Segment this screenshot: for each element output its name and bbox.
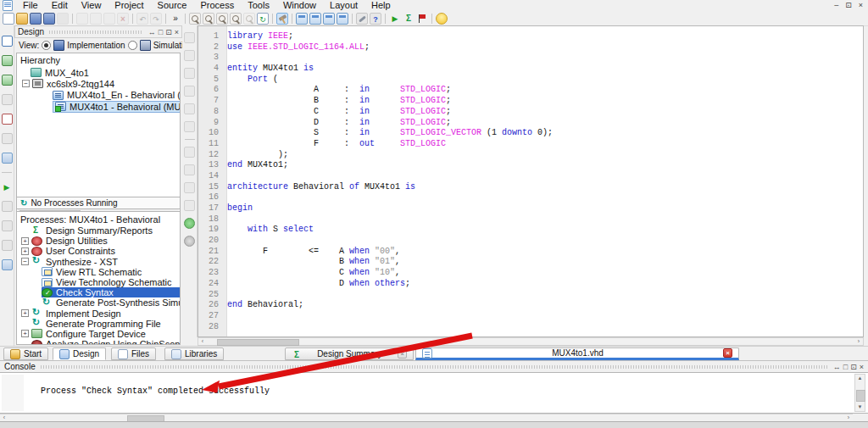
process-item[interactable]: +Configure Target Device — [17, 329, 180, 339]
menu-process[interactable]: Process — [193, 0, 241, 11]
minimize-button[interactable]: – — [834, 0, 838, 11]
scroll-right-arrow[interactable]: › — [854, 338, 863, 345]
scrollbar-thumb[interactable] — [856, 390, 865, 402]
zoom-out-icon[interactable] — [203, 13, 214, 25]
run-process-icon[interactable] — [2, 181, 13, 192]
menu-project[interactable]: Project — [108, 0, 150, 11]
editor-hscrollbar[interactable]: ‹ › — [198, 337, 864, 346]
process-item[interactable]: +User Constraints — [17, 246, 180, 256]
tab-close-button[interactable]: × — [723, 348, 732, 358]
lightbulb-icon[interactable] — [436, 13, 448, 25]
refresh-doc-icon[interactable] — [257, 13, 269, 25]
scroll-left-arrow[interactable]: ‹ — [0, 414, 8, 421]
process-item[interactable]: Generate Post-Synthesis Simulation ... — [17, 297, 180, 308]
drag-handle[interactable] — [41, 365, 828, 369]
nav-list-icon[interactable] — [184, 50, 195, 61]
tree-expander[interactable]: + — [21, 247, 29, 255]
document-tab-design-summary[interactable]: Design Summary× — [285, 347, 414, 360]
process-item[interactable]: Design Summary/Reports — [17, 225, 180, 236]
wrench-icon[interactable] — [356, 13, 368, 25]
scroll-right-arrow[interactable]: › — [844, 414, 853, 421]
menu-edit[interactable]: Edit — [45, 0, 75, 11]
float-panel-button[interactable]: ↔ — [833, 362, 841, 372]
menu-source[interactable]: Source — [151, 0, 194, 11]
design-panel-titlebar[interactable]: Design ↔□⊡× — [14, 25, 182, 38]
outdent-icon[interactable] — [184, 103, 195, 114]
indent-icon[interactable] — [184, 68, 195, 79]
hammer-icon[interactable] — [276, 13, 288, 25]
drag-handle[interactable] — [49, 31, 143, 34]
mark-pen-4-icon[interactable] — [184, 200, 195, 211]
menu-help[interactable]: Help — [364, 0, 398, 11]
new-window-icon[interactable] — [296, 13, 308, 25]
stop-process-icon[interactable] — [2, 240, 13, 251]
menu-file[interactable]: File — [16, 0, 45, 11]
open-file-icon[interactable] — [16, 13, 28, 25]
float-panel-button[interactable]: ↔ — [148, 27, 156, 37]
design-overview-icon[interactable] — [2, 153, 13, 164]
remove-source-icon[interactable] — [2, 114, 13, 125]
new-file-icon[interactable] — [3, 13, 14, 25]
tree-expander[interactable]: + — [21, 330, 29, 337]
summary-icon[interactable] — [403, 13, 415, 25]
tree-expander[interactable]: + — [21, 237, 29, 245]
hierarchy-item[interactable]: MUX4to1_En - Behavioral (MUX4to1_En.vhd) — [17, 90, 180, 101]
hierarchy-item[interactable]: MUX_4to1 — [17, 67, 180, 78]
restore-panel-button[interactable]: ⊡ — [850, 362, 857, 372]
save-icon[interactable] — [30, 13, 42, 25]
tile-horizontal-icon[interactable] — [337, 13, 348, 25]
console-vscrollbar[interactable]: ▲ ▼ — [854, 374, 865, 412]
tile-vertical-icon[interactable] — [323, 13, 335, 25]
add-copy-source-icon[interactable] — [2, 75, 13, 86]
hierarchy-view-icon[interactable] — [2, 94, 13, 105]
new-source-icon[interactable] — [2, 36, 13, 47]
close-panel-button[interactable]: × — [175, 27, 179, 37]
process-item[interactable]: Analyze Design Using ChipScope — [17, 339, 180, 345]
code-editor[interactable]: 1library IEEE;2use IEEE.STD_LOGIC_1164.A… — [198, 25, 864, 337]
scrollbar-thumb[interactable] — [217, 339, 299, 346]
menu-layout[interactable]: Layout — [323, 0, 364, 11]
mark-pen-3-icon[interactable] — [184, 182, 195, 193]
maximize-panel-button[interactable]: □ — [843, 362, 848, 372]
panel-tab-libraries[interactable]: Libraries — [164, 347, 224, 360]
hierarchy-item[interactable]: MUX4to1 - Behavioral (MUX4to1.vhd) — [17, 101, 180, 112]
nav-forward-icon[interactable] — [184, 32, 195, 43]
process-item[interactable]: +Design Utilities — [17, 236, 180, 246]
process-item[interactable]: View RTL Schematic — [17, 267, 180, 277]
redo-line-icon[interactable] — [184, 121, 195, 132]
rerun-all-processes-icon[interactable] — [2, 220, 13, 231]
menu-view[interactable]: View — [75, 0, 108, 11]
mark-pen-2-icon[interactable] — [184, 164, 195, 175]
tree-expander[interactable]: − — [21, 258, 29, 265]
view-report-icon[interactable] — [2, 259, 13, 270]
hierarchy-box[interactable]: Hierarchy MUX_4to1−xc6slx9-2tqg144MUX4to… — [16, 53, 181, 220]
rerun-process-icon[interactable] — [2, 201, 13, 212]
close-button[interactable]: × — [859, 0, 863, 11]
hierarchy-item[interactable]: −xc6slx9-2tqg144 — [17, 78, 180, 89]
add-source-icon[interactable] — [2, 55, 13, 66]
process-item[interactable]: +Implement Design — [17, 308, 180, 319]
restore-panel-button[interactable]: ⊡ — [165, 27, 172, 37]
console-panel[interactable]: Process "Check Syntax" completed success… — [0, 372, 868, 414]
process-item[interactable]: View Technology Schematic — [17, 277, 180, 287]
cascade-windows-icon[interactable] — [309, 13, 321, 25]
stop-icon[interactable] — [416, 13, 428, 25]
bookmark-green-icon[interactable] — [184, 218, 195, 229]
overflow-chevron-icon[interactable] — [170, 13, 181, 25]
zoom-full-icon[interactable] — [216, 13, 228, 25]
menu-tools[interactable]: Tools — [241, 0, 276, 11]
restore-button[interactable]: ⊡ — [845, 0, 852, 11]
maximize-panel-button[interactable]: □ — [159, 27, 163, 37]
console-hscrollbar[interactable]: ‹ › — [0, 414, 853, 421]
menu-window[interactable]: Window — [276, 0, 323, 11]
document-tab-mux4to1-vhd[interactable]: MUX4to1.vhd× — [415, 347, 739, 360]
undo-line-icon[interactable] — [184, 86, 195, 97]
run-icon[interactable] — [389, 13, 401, 25]
scroll-down-arrow[interactable]: ▼ — [855, 403, 865, 411]
processes-panel[interactable]: Processes: MUX4to1 - Behavioral Design S… — [16, 211, 181, 345]
toggle-source-icon[interactable] — [2, 133, 13, 144]
scroll-left-arrow[interactable]: ‹ — [198, 338, 207, 345]
tree-expander[interactable]: + — [21, 309, 29, 317]
scroll-up-arrow[interactable]: ▲ — [855, 375, 865, 382]
process-item[interactable]: Check Syntax — [17, 287, 180, 297]
